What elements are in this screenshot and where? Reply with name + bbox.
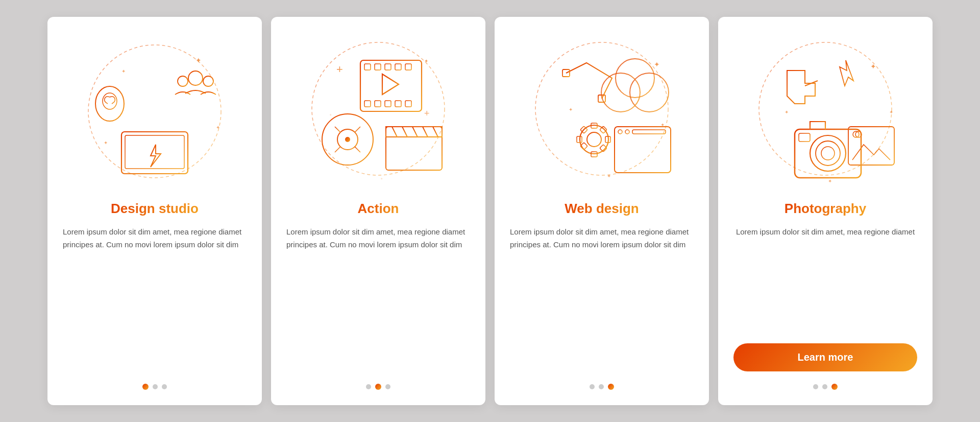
svg-text:✦: ✦	[654, 60, 660, 68]
svg-rect-24	[364, 101, 371, 107]
svg-text:+: +	[336, 63, 343, 76]
illustration-action: + + ✦ ◦ ◦	[291, 27, 465, 201]
svg-point-9	[203, 76, 213, 86]
svg-text:✦: ✦	[785, 109, 789, 115]
svg-text:✦: ✦	[660, 122, 665, 128]
svg-rect-95	[799, 133, 810, 142]
svg-rect-20	[375, 64, 381, 70]
svg-line-45	[412, 127, 418, 137]
dots-web-design	[590, 384, 614, 390]
svg-point-58	[616, 59, 654, 98]
dot-3[interactable]	[831, 384, 838, 390]
dot-1[interactable]	[813, 384, 818, 389]
svg-point-7	[188, 71, 203, 85]
svg-line-46	[423, 127, 428, 137]
svg-rect-41	[386, 127, 442, 170]
svg-text:✦: ✦	[870, 62, 876, 71]
svg-rect-10	[121, 132, 188, 174]
svg-rect-28	[405, 101, 411, 107]
dot-2[interactable]	[375, 384, 381, 390]
dots-photography	[813, 384, 838, 390]
svg-line-47	[433, 127, 438, 137]
svg-text:+: +	[424, 108, 430, 119]
learn-more-button[interactable]: Learn more	[733, 343, 917, 371]
svg-line-43	[392, 127, 397, 137]
svg-rect-75	[632, 130, 666, 134]
svg-rect-11	[125, 135, 184, 169]
card-title-action: Action	[358, 201, 399, 217]
cards-container: ✦ ✦ ✦ ✦ Design studio Lorem ipsum dolor …	[27, 2, 953, 420]
svg-text:✦: ✦	[424, 58, 428, 64]
dot-1[interactable]	[142, 384, 149, 390]
svg-line-37	[335, 127, 340, 132]
dots-action	[366, 384, 390, 390]
svg-point-59	[630, 73, 669, 112]
card-design-studio: ✦ ✦ ✦ ✦ Design studio Lorem ipsum dolor …	[47, 17, 262, 405]
svg-point-55	[535, 42, 668, 175]
svg-point-60	[601, 73, 640, 112]
card-body-design-studio: Lorem ipsum dolor sit dim amet, mea regi…	[63, 226, 247, 371]
svg-marker-88	[840, 60, 853, 86]
dot-2[interactable]	[153, 384, 158, 389]
card-body-web-design: Lorem ipsum dolor sit dim amet, mea regi…	[510, 226, 694, 371]
svg-point-74	[625, 130, 629, 134]
card-title-photography: Photography	[785, 201, 866, 217]
svg-rect-21	[385, 64, 391, 70]
dots-design-studio	[142, 384, 167, 390]
dot-3[interactable]	[608, 384, 614, 390]
svg-point-94	[821, 147, 835, 160]
svg-line-44	[402, 127, 407, 137]
svg-line-38	[355, 147, 360, 152]
svg-point-32	[345, 137, 350, 142]
svg-text:✦: ✦	[607, 173, 611, 179]
svg-rect-91	[795, 129, 861, 178]
svg-text:✦: ✦	[216, 125, 220, 130]
svg-line-39	[335, 147, 340, 152]
svg-marker-29	[382, 74, 399, 95]
illustration-web-design: ✦ ✦ ✦ ✦	[515, 27, 689, 201]
card-body-action: Lorem ipsum dolor sit dim amet, mea regi…	[286, 226, 470, 371]
svg-point-93	[816, 141, 840, 166]
svg-rect-23	[405, 64, 411, 70]
card-title-design-studio: Design studio	[111, 201, 199, 217]
svg-rect-26	[385, 101, 391, 107]
dot-3[interactable]	[162, 384, 167, 389]
svg-rect-19	[364, 64, 371, 70]
svg-text:✦: ✦	[104, 140, 108, 146]
illustration-photography: ✦ ✦ ✦ ✦	[739, 27, 912, 201]
svg-text:✦: ✦	[889, 109, 893, 115]
svg-text:✦: ✦	[121, 68, 126, 74]
svg-text:✦: ✦	[195, 56, 202, 64]
svg-text:◦: ◦	[330, 112, 332, 118]
svg-point-73	[618, 130, 622, 134]
dot-3[interactable]	[385, 384, 390, 389]
svg-text:✦: ✦	[569, 107, 573, 112]
svg-line-40	[355, 127, 360, 132]
card-web-design: ✦ ✦ ✦ ✦ Web design Lorem ipsum dolor sit…	[495, 17, 709, 405]
dot-2[interactable]	[822, 384, 827, 389]
svg-rect-27	[395, 101, 401, 107]
dot-1[interactable]	[590, 384, 595, 389]
svg-rect-22	[395, 64, 401, 70]
illustration-design-studio: ✦ ✦ ✦ ✦	[68, 27, 241, 201]
dot-1[interactable]	[366, 384, 371, 389]
svg-point-62	[587, 132, 601, 147]
svg-rect-25	[375, 101, 381, 107]
svg-point-8	[178, 76, 188, 86]
svg-text:✦: ✦	[828, 178, 832, 184]
svg-text:◦: ◦	[381, 176, 383, 181]
card-title-web-design: Web design	[565, 201, 639, 217]
card-body-photography: Lorem ipsum dolor sit dim amet, mea regi…	[736, 226, 915, 334]
card-action: + + ✦ ◦ ◦ Action Lorem ipsum dolor sit d…	[271, 17, 485, 405]
card-photography: ✦ ✦ ✦ ✦ Photography Lorem ipsum dolor si…	[718, 17, 933, 405]
dot-2[interactable]	[599, 384, 604, 389]
